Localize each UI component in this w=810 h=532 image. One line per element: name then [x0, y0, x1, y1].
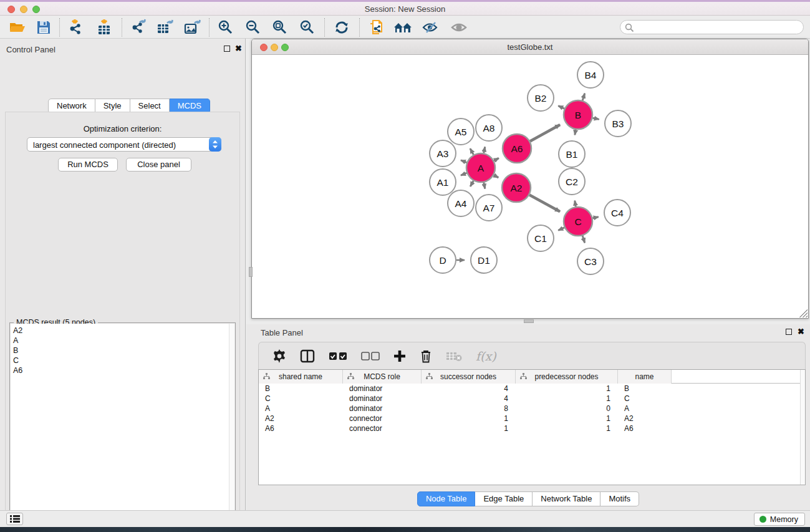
run-mcds-button[interactable]: Run MCDS: [58, 158, 118, 172]
tab-motifs[interactable]: Motifs: [600, 491, 639, 506]
network-canvas[interactable]: B4B2BB3A8A5A6A3B1AC2A1A2A4A7C4CC1C3DD1: [252, 55, 808, 318]
graph-node-A6[interactable]: A6: [503, 134, 531, 163]
graph-node-A3[interactable]: A3: [430, 140, 456, 167]
graph-edge-A2-C[interactable]: [529, 195, 560, 211]
graph-node-D1[interactable]: D1: [471, 247, 497, 273]
mcds-result-item[interactable]: B: [13, 346, 229, 355]
export-network-icon[interactable]: [127, 17, 150, 37]
table-row[interactable]: Cdominator41C: [259, 394, 805, 404]
mcds-result-item[interactable]: A2: [13, 326, 229, 336]
memory-button[interactable]: Memory: [754, 513, 805, 526]
deselect-all-icon[interactable]: [361, 352, 380, 360]
column-header-shared-name[interactable]: shared name: [259, 370, 343, 384]
graph-edge-C-C4[interactable]: [592, 217, 598, 218]
delete-column-icon[interactable]: [420, 349, 432, 363]
export-image-icon[interactable]: [181, 17, 203, 37]
zoom-out-icon[interactable]: [242, 17, 264, 37]
mcds-result-item[interactable]: C: [13, 355, 229, 365]
save-session-icon[interactable]: [32, 17, 55, 37]
graph-edge-A-A1[interactable]: [461, 173, 467, 175]
search-input[interactable]: [620, 20, 804, 34]
graph-edge-C-C2[interactable]: [575, 201, 576, 207]
graph-node-C1[interactable]: C1: [528, 225, 554, 251]
graph-node-A8[interactable]: A8: [476, 115, 502, 141]
graph-node-A7[interactable]: A7: [476, 195, 502, 221]
graph-node-A1[interactable]: A1: [430, 169, 456, 195]
table-row[interactable]: Bdominator41B: [259, 384, 805, 394]
mcds-result-list[interactable]: A2ABCA6: [11, 324, 229, 532]
network-graph[interactable]: B4B2BB3A8A5A6A3B1AC2A1A2A4A7C4CC1C3DD1: [252, 55, 808, 318]
graph-node-D[interactable]: D: [430, 247, 456, 273]
zoom-fit-icon[interactable]: [269, 17, 291, 37]
graph-edge-A-A3[interactable]: [461, 160, 467, 163]
criterion-select[interactable]: largest connected component (directed): [27, 137, 221, 152]
graph-edge-A-A7[interactable]: [484, 183, 485, 189]
first-neighbors-icon[interactable]: [392, 17, 414, 37]
graph-node-C3[interactable]: C3: [577, 248, 604, 274]
table-row[interactable]: Adominator80A: [259, 404, 805, 414]
column-header-successor-nodes[interactable]: successor nodes: [422, 370, 516, 384]
graph-edge-A-A5[interactable]: [470, 148, 473, 155]
delete-table-icon[interactable]: [446, 351, 462, 362]
splitter-handle[interactable]: [249, 267, 253, 277]
node-table[interactable]: shared nameMCDS rolesuccessor nodesprede…: [258, 369, 806, 485]
graph-node-B4[interactable]: B4: [577, 62, 604, 88]
graph-node-C2[interactable]: C2: [559, 168, 585, 195]
graph-node-C[interactable]: C: [564, 207, 592, 236]
graph-node-A2[interactable]: A2: [502, 173, 531, 202]
graph-edge-A-A2[interactable]: [494, 175, 498, 178]
tab-node-table[interactable]: Node Table: [417, 491, 476, 506]
graph-edge-A-A8[interactable]: [484, 147, 485, 153]
graph-edge-A-A6[interactable]: [494, 158, 499, 161]
import-table-icon[interactable]: [94, 17, 116, 37]
splitter-handle[interactable]: [524, 319, 534, 323]
close-panel-icon[interactable]: ✖: [235, 46, 242, 52]
add-column-icon[interactable]: [393, 350, 406, 362]
graph-node-B[interactable]: B: [564, 100, 592, 129]
window-resize-grip[interactable]: [799, 309, 808, 317]
graph-edge-B-B2[interactable]: [558, 106, 564, 109]
zoom-selected-icon[interactable]: [296, 17, 319, 37]
task-history-button[interactable]: [6, 513, 23, 525]
hide-selected-icon[interactable]: [419, 17, 441, 37]
mcds-list-scrollbar[interactable]: [229, 324, 234, 532]
import-network-icon[interactable]: [65, 17, 87, 37]
graph-edge-B-B4[interactable]: [582, 94, 585, 101]
graph-node-B1[interactable]: B1: [559, 141, 585, 167]
close-panel-button[interactable]: Close panel: [126, 158, 191, 172]
graph-node-B3[interactable]: B3: [605, 110, 631, 137]
graph-edge-A-A4[interactable]: [470, 181, 473, 186]
tab-network-table[interactable]: Network Table: [533, 491, 600, 506]
graph-node-A[interactable]: A: [466, 153, 495, 182]
mcds-result-item[interactable]: A6: [13, 365, 229, 375]
column-header-name[interactable]: name: [618, 370, 672, 384]
select-all-icon[interactable]: [329, 352, 347, 360]
graph-edge-C-C3[interactable]: [582, 236, 585, 243]
show-graphics-details-icon[interactable]: [365, 17, 388, 37]
graph-node-A5[interactable]: A5: [448, 118, 474, 145]
close-panel-icon[interactable]: ✖: [798, 329, 804, 335]
network-window-titlebar[interactable]: testGlobe.txt: [252, 39, 808, 55]
refresh-icon[interactable]: [330, 17, 353, 37]
tab-edge-table[interactable]: Edge Table: [475, 491, 533, 506]
graph-node-C4[interactable]: C4: [604, 200, 630, 226]
show-columns-icon[interactable]: [300, 349, 315, 363]
table-scrollbar[interactable]: [800, 370, 805, 485]
float-panel-icon[interactable]: [224, 46, 230, 52]
table-row[interactable]: A2connector11A2: [259, 414, 805, 423]
float-panel-icon[interactable]: [786, 329, 792, 335]
table-row[interactable]: A6connector11A6: [259, 423, 805, 433]
mcds-result-item[interactable]: A: [13, 336, 229, 346]
show-all-icon[interactable]: [448, 17, 470, 37]
column-header-MCDS-role[interactable]: MCDS role: [343, 370, 422, 384]
export-table-icon[interactable]: [153, 17, 176, 37]
table-options-gear-icon[interactable]: [272, 349, 286, 363]
graph-edge-B-B3[interactable]: [592, 118, 599, 119]
graph-node-B2[interactable]: B2: [528, 85, 554, 111]
column-header-predecessor-nodes[interactable]: predecessor nodes: [516, 370, 618, 384]
graph-edge-C-C1[interactable]: [558, 228, 564, 230]
graph-edge-B-B1[interactable]: [575, 130, 576, 135]
graph-edge-A6-B[interactable]: [530, 125, 560, 141]
zoom-in-icon[interactable]: [215, 17, 237, 37]
open-file-icon[interactable]: [6, 17, 29, 37]
